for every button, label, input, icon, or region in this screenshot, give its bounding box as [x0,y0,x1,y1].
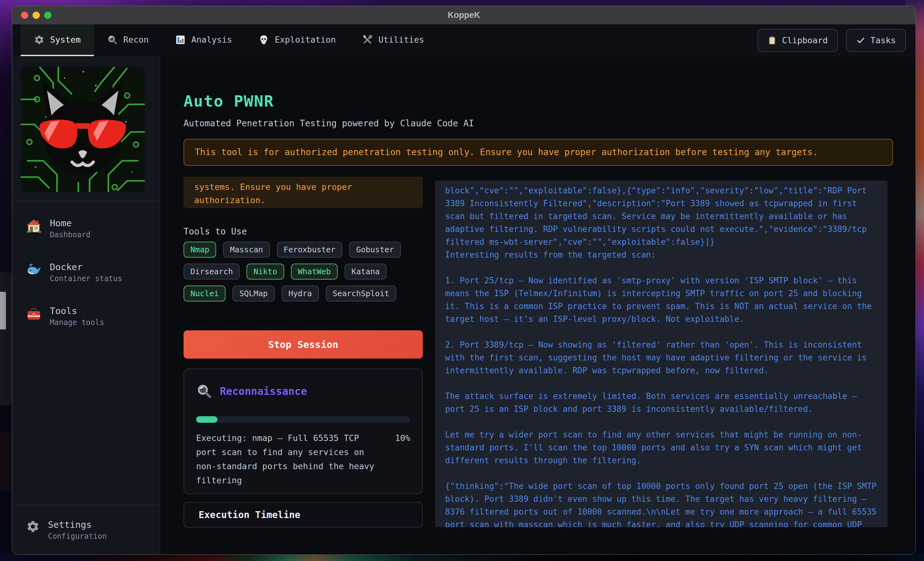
tool-chip-nmap[interactable]: Nmap [183,242,216,258]
sidebar-item-title: Docker [50,262,122,273]
sidebar-item-title: Home [50,218,90,229]
hammer-wrench-icon [362,35,373,45]
clipboard-button[interactable]: Clipboard [758,29,837,52]
terminal-text-block: {"thinking":"The wide port scan of top 1… [445,480,879,527]
sidebar-item-settings[interactable]: SettingsConfiguration [12,513,160,547]
sidebar: HomeDashboardDockerContainer statusTools… [12,56,160,555]
sidebar-item-subtitle: Dashboard [50,230,90,239]
tab-system[interactable]: System [21,24,94,56]
authorization-warning-banner: This tool is for authorized penetration … [183,139,893,166]
scrolled-warning-card: systems. Ensure you have proper authoriz… [183,177,423,208]
progress-percent-label: 10% [395,431,410,445]
tool-chip-nuclei[interactable]: Nuclei [183,286,225,301]
tab-label: System [50,35,81,45]
sidebar-item-subtitle: Container status [50,274,122,283]
magnifier-icon [107,35,118,45]
button-label: Tasks [870,35,896,45]
terminal-text-block: 2. Port 3389/tcp – Now showing as 'filte… [445,338,879,377]
background-window [0,273,12,405]
tool-chip-list: NmapMasscanFeroxbusterGobusterDirsearchN… [183,242,423,301]
nav-tabs: SystemReconAnalysisExploitationUtilities [21,24,437,56]
tools-to-use-label: Tools to Use [183,226,423,237]
sidebar-item-subtitle: Configuration [48,531,107,541]
page-title: Auto PWNR [183,93,915,109]
sidebar-item-subtitle: Manage tools [50,318,104,327]
stop-session-button[interactable]: Stop Session [183,330,423,358]
progress-bar [196,416,410,423]
sidebar-item-title: Settings [48,519,107,530]
tool-chip-nikto[interactable]: Nikto [246,263,284,280]
nav-actions: ClipboardTasks [758,24,906,56]
skull-icon [258,35,269,45]
gear-icon [34,35,45,45]
button-label: Clipboard [782,35,828,45]
whale-icon [26,262,42,278]
tab-analysis[interactable]: Analysis [162,24,245,56]
toolbox-icon [26,306,42,322]
titlebar[interactable]: KoppeK [12,6,915,24]
app-logo [21,67,145,192]
phase-title: Reconnaissance [220,385,307,397]
tab-label: Exploitation [275,35,336,45]
tool-chip-feroxbuster[interactable]: Feroxbuster [277,242,343,258]
sidebar-item-docker[interactable]: DockerContainer status [12,256,160,289]
sidebar-nav: HomeDashboardDockerContainer statusTools… [12,201,160,343]
sidebar-item-tools[interactable]: ToolsManage tools [12,299,160,333]
sidebar-bottom: SettingsConfiguration [12,496,160,555]
sidebar-item-home[interactable]: HomeDashboard [12,212,160,245]
tool-chip-gobuster[interactable]: Gobuster [349,242,400,258]
tool-chip-masscan[interactable]: Masscan [223,242,270,258]
tab-utilities[interactable]: Utilities [349,24,437,56]
control-column: systems. Ensure you have proper authoriz… [183,177,423,528]
tool-chip-sqlmap[interactable]: SQLMap [232,286,274,301]
bar-chart-icon [175,35,186,45]
tool-chip-katana[interactable]: Katana [345,263,387,280]
home-icon [26,218,42,234]
execution-timeline-title: Execution Timeline [199,509,300,520]
app-window: KoppeK SystemReconAnalysisExploitationUt… [12,6,916,555]
terminal-text-block: 1. Port 25/tcp – Now identified as 'smtp… [445,274,879,326]
tab-exploitation[interactable]: Exploitation [245,24,349,56]
main-content: Auto PWNR Automated Penetration Testing … [160,56,915,555]
tool-chip-whatweb[interactable]: WhatWeb [291,263,338,280]
reconnaissance-card: Reconnaissance Executing: nmap – Full 65… [183,368,423,494]
progress-fill [196,416,218,423]
tab-recon[interactable]: Recon [94,24,162,56]
terminal-text-block: block","cve":"","exploitable":false},{"t… [445,184,879,262]
check-icon [856,36,866,45]
terminal-text-block: The attack surface is extremely limited.… [445,390,879,415]
tool-chip-hydra[interactable]: Hydra [282,286,319,301]
background-window [0,433,12,490]
window-title: KoppeK [12,11,915,20]
tasks-button[interactable]: Tasks [846,29,906,52]
tab-label: Recon [123,35,149,45]
page-subtitle: Automated Penetration Testing powered by… [183,119,915,128]
tool-chip-searchsploit[interactable]: SearchSploit [326,286,396,301]
gear-icon [26,520,40,534]
sidebar-item-title: Tools [50,305,104,317]
execution-timeline-card: Execution Timeline [183,502,423,528]
tab-label: Analysis [191,35,232,45]
magnifier-icon [196,383,212,399]
tool-chip-dirsearch[interactable]: Dirsearch [183,263,240,280]
tab-label: Utilities [378,35,424,45]
clipboard-icon [767,36,777,45]
terminal-text-block: Let me try a wider port scan to find any… [445,429,879,467]
phase-status-text: Executing: nmap – Full 65535 TCP port sc… [196,431,384,487]
main-navbar: SystemReconAnalysisExploitationUtilities… [12,24,915,56]
terminal-output-panel[interactable]: block","cve":"","exploitable":false},{"t… [435,180,888,527]
